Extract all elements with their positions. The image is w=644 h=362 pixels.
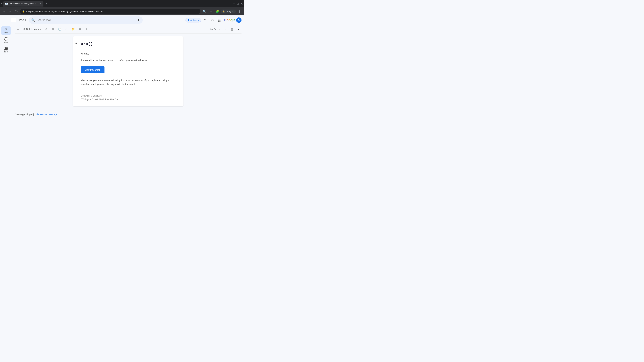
incognito-icon: 🕵	[222, 10, 225, 12]
email-message: arc() Hi Yao, Please click the button be…	[73, 36, 184, 106]
page-info: 1 of 54	[210, 28, 216, 30]
sidebar-meet-label: Meet	[4, 51, 8, 53]
sidebar-item-chat[interactable]: 💬 Chat	[1, 36, 11, 44]
more-options-icon[interactable]: ⋮	[237, 9, 242, 14]
sidebar-mail-label: Mail	[4, 32, 8, 34]
sidebar-item-mail[interactable]: ✉ Mail	[1, 26, 11, 35]
confirm-email-button[interactable]: Confirm email	[81, 66, 104, 73]
incognito-badge: 🕵 Incognito	[221, 9, 236, 13]
report-spam-button[interactable]: ⚠	[43, 26, 49, 32]
active-status-button[interactable]: Active ▾	[186, 18, 201, 22]
address-text: mail.google.com/mail/u/0/?ogbl#trash/FMf…	[26, 10, 198, 13]
chat-icon: 💬	[4, 37, 8, 41]
browser-toolbar-right: 🔍 ☆ 🧩 🕵 Incognito ⋮	[202, 9, 242, 14]
help-button[interactable]: ?	[202, 17, 208, 23]
svg-rect-6	[220, 18, 221, 19]
gmail-logo: Gmail	[11, 18, 26, 22]
settings-button[interactable]: ⚙	[209, 17, 216, 23]
view-entire-message-link[interactable]: View entire message	[36, 113, 58, 116]
svg-rect-1	[4, 20, 8, 20]
delete-forever-label: Delete forever	[26, 28, 41, 30]
tab-group-selector[interactable]: ▾	[1, 2, 2, 5]
search-options-icon[interactable]	[137, 18, 140, 22]
arc-logo: arc()	[81, 42, 176, 46]
google-apps-button[interactable]	[216, 17, 223, 23]
search-bar[interactable]: 🔍	[29, 16, 143, 24]
back-button[interactable]: ←	[2, 9, 7, 14]
close-button[interactable]: ✕	[241, 2, 243, 5]
view-options: ▤ ▾	[229, 26, 242, 32]
tab-favicon: 📧	[5, 2, 8, 5]
message-clipped-row: [Message clipped] View entire message	[15, 112, 242, 117]
forward-button[interactable]: →	[8, 9, 13, 14]
snooze-button[interactable]: 🕐	[57, 26, 63, 32]
email-footer: Copyright © 2024 Arc 555 Bryant Street, …	[81, 94, 176, 101]
next-page-button[interactable]: ›	[223, 26, 228, 32]
search-browser-icon[interactable]: 🔍	[202, 9, 207, 14]
active-tab[interactable]: 📧 Confirm your company email a... ✕	[3, 1, 44, 6]
topbar-actions: Active ▾ ? ⚙ Google B	[186, 17, 242, 23]
back-to-list-button[interactable]: ←	[15, 26, 21, 32]
svg-rect-11	[220, 21, 220, 22]
minimize-button[interactable]: ─	[233, 2, 235, 5]
move-to-button[interactable]: 📁	[70, 26, 76, 32]
mark-unread-button[interactable]: ✉	[50, 26, 56, 32]
prev-page-button[interactable]: ‹	[217, 26, 222, 32]
email-view-area[interactable]: ← 🗑 Delete forever ⚠ ✉ 🕐 ✓ 📁 🏷 ⋮ 1 of 54…	[12, 25, 244, 137]
gmail-topbar: Gmail 🔍 Active ▾ ? ⚙	[0, 15, 244, 25]
mail-icon: ✉	[5, 27, 8, 31]
gmail-sidebar: ✉ Mail 💬 Chat 🎥 Meet	[0, 25, 12, 137]
google-text: Google	[224, 18, 236, 22]
email-body: Please click the button below to confirm…	[81, 58, 176, 62]
svg-rect-9	[220, 20, 221, 21]
delete-forever-button[interactable]: 🗑 Delete forever	[22, 27, 42, 31]
address-box[interactable]: 🔒 mail.google.com/mail/u/0/?ogbl#trash/F…	[20, 9, 200, 14]
tab-bar: ▾ 📧 Confirm your company email a... ✕ +	[1, 1, 232, 6]
sidebar-chat-label: Chat	[4, 41, 8, 43]
svg-rect-2	[4, 21, 8, 21]
search-input[interactable]	[37, 18, 135, 22]
reload-button[interactable]: ↻	[14, 9, 19, 14]
email-greeting: Hi Yao,	[81, 52, 176, 56]
lock-icon: 🔒	[22, 10, 25, 12]
pagination-controls: 1 of 54 ‹ ›	[210, 26, 228, 32]
delete-icon: 🗑	[23, 28, 26, 30]
gmail-app: Gmail 🔍 Active ▾ ? ⚙	[0, 15, 244, 137]
message-clipped: ...	[15, 106, 242, 112]
email-thread: arc() Hi Yao, Please click the button be…	[15, 34, 242, 120]
label-button[interactable]: 🏷	[77, 26, 83, 32]
active-chevron-icon: ▾	[198, 19, 199, 21]
address-bar-row: ← → ↻ 🔒 mail.google.com/mail/u/0/?ogbl#t…	[0, 7, 244, 15]
footer-copyright: Copyright © 2024 Arc	[81, 94, 176, 98]
svg-rect-10	[218, 21, 219, 22]
meet-icon: 🎥	[4, 46, 8, 51]
new-tab-button[interactable]: +	[44, 1, 49, 6]
active-label: Active	[190, 19, 197, 21]
svg-rect-7	[218, 20, 219, 21]
browser-chrome: ▾ 📧 Confirm your company email a... ✕ + …	[0, 0, 244, 7]
gmail-logo-text: Gmail	[16, 18, 26, 22]
sidebar-item-meet[interactable]: 🎥 Meet	[1, 45, 11, 54]
clipped-label: [Message clipped]	[15, 113, 34, 116]
tab-title: Confirm your company email a...	[9, 2, 38, 5]
task-button[interactable]: ✓	[64, 26, 70, 32]
svg-rect-0	[4, 19, 8, 19]
maximize-button[interactable]: □	[237, 2, 239, 5]
view-toggle-button[interactable]: ▤	[229, 26, 235, 32]
more-actions-button[interactable]: ⋮	[84, 26, 90, 32]
incognito-label: Incognito	[226, 10, 234, 12]
footer-address: 555 Bryant Street, #866, Palo Alto, CA	[81, 98, 176, 101]
active-dot	[188, 19, 189, 21]
svg-rect-12	[220, 21, 221, 22]
hamburger-menu[interactable]	[3, 17, 10, 23]
view-chevron-button[interactable]: ▾	[236, 26, 242, 32]
account-avatar[interactable]: B	[236, 17, 242, 23]
svg-rect-5	[220, 18, 220, 19]
clipped-dots: ...	[15, 108, 17, 110]
extensions-icon[interactable]: 🧩	[214, 9, 220, 14]
gmail-content: ✉ Mail 💬 Chat 🎥 Meet ← 🗑 Delete forever	[0, 25, 244, 137]
window-controls: ─ □ ✕	[233, 2, 243, 5]
svg-rect-8	[220, 20, 220, 21]
bookmark-icon[interactable]: ☆	[208, 9, 214, 14]
tab-close-button[interactable]: ✕	[39, 2, 42, 5]
